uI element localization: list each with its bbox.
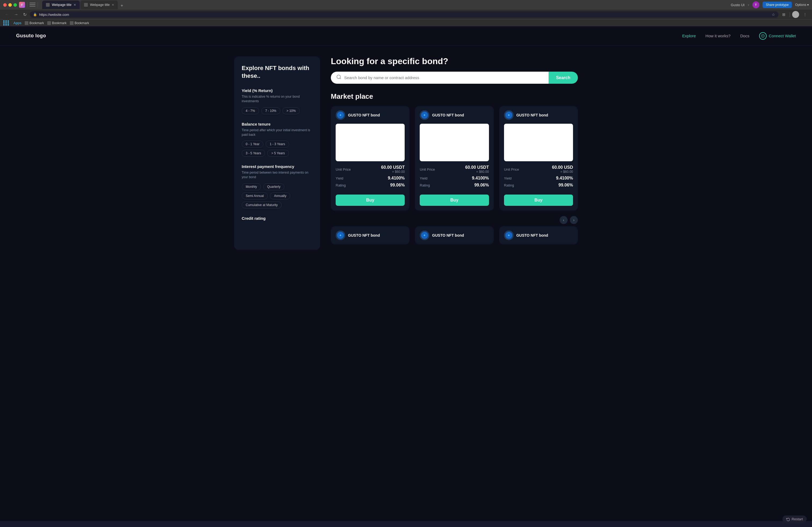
bond-name-1: GUSTO NFT bond: [432, 113, 464, 117]
main-content: Explore NFT bonds with these.. Yield (% …: [218, 46, 594, 260]
bookmark-label-3: Bookmark: [75, 21, 89, 25]
bond-price-value-1: 60.00 USDT: [465, 165, 489, 170]
bonds-grid: ✦ GUSTO NFT bond Unit Price 60.00 USDT =…: [331, 106, 578, 211]
bond-logo-inner-s1: ✦: [421, 232, 428, 239]
interest-tag-3[interactable]: Annually: [270, 192, 290, 199]
prev-arrow[interactable]: ‹: [560, 216, 568, 224]
tenure-tag-3[interactable]: > 5 Years: [267, 150, 289, 157]
bond-image-2: [504, 124, 573, 161]
bond-price-value-0: 60.00 USDT: [381, 165, 405, 170]
nav-docs[interactable]: Docs: [740, 33, 750, 38]
browser-chrome: F Webpage title ✕ Webpage title ✕ + G: [0, 0, 812, 26]
tab-label-2: Webpage title: [90, 3, 110, 7]
search-input-wrap: [331, 72, 549, 84]
browser-tab-2[interactable]: Webpage title ✕: [80, 1, 118, 9]
rating-value-0: 99.06%: [390, 183, 405, 187]
tenure-tag-0[interactable]: 0 - 1 Year: [242, 140, 263, 148]
interest-tag-1[interactable]: Quarterly: [263, 183, 284, 190]
interest-tag-4[interactable]: Cumulative at Maturity: [242, 201, 282, 209]
bond-price-row-2: Unit Price 60.00 USD = $60.00: [504, 165, 573, 174]
search-bar-row: Search: [331, 72, 578, 84]
new-tab-button[interactable]: +: [118, 2, 125, 9]
nav-how-it-works[interactable]: How it works?: [706, 33, 730, 38]
unit-price-label-0: Unit Price: [336, 167, 351, 171]
yield-tag-0[interactable]: 4 - 7%: [242, 107, 259, 114]
sidebar-toggle-icon[interactable]: [30, 3, 35, 7]
forward-button[interactable]: →: [12, 12, 20, 17]
bond-card-2-header: ✦ GUSTO NFT bond: [499, 106, 578, 120]
bond-image-0: [336, 124, 405, 161]
buy-button-2[interactable]: Buy: [504, 195, 573, 206]
filter-yield-desc: This is indicative % returns on your bon…: [242, 94, 313, 104]
site-wrapper: Gusuto logo Explore How it works? Docs C…: [0, 26, 812, 521]
bonds-grid-second: ✦ GUSTO NFT bond ✦ GUSTO NFT bond: [331, 226, 578, 244]
unit-price-label-2: Unit Price: [504, 167, 519, 171]
bond-info-2: Unit Price 60.00 USD = $60.00 Yield 9.41…: [499, 165, 578, 194]
profile-icon[interactable]: [792, 11, 799, 18]
user-avatar: T: [752, 1, 759, 8]
interest-tag-2[interactable]: Semi Annual: [242, 192, 268, 199]
apps-label[interactable]: Apps: [13, 21, 21, 25]
bond-rating-row-0: Rating 99.06%: [336, 183, 405, 187]
bookmark-item-1[interactable]: Bookmark: [25, 21, 44, 25]
close-traffic-light[interactable]: [3, 3, 7, 7]
share-prototype-button[interactable]: Share prototype: [763, 2, 792, 8]
site-nav: Gusuto logo Explore How it works? Docs C…: [0, 26, 812, 46]
back-button[interactable]: ←: [3, 12, 11, 17]
next-arrow[interactable]: ›: [570, 216, 578, 224]
bond-price-eq-0: = $60.00: [381, 170, 405, 174]
frame-dropdown-icon[interactable]: ▾: [748, 3, 749, 6]
browser-tab-1[interactable]: Webpage title ✕: [42, 1, 80, 9]
buy-button-1[interactable]: Buy: [420, 195, 489, 206]
divider2: [38, 2, 38, 7]
yield-value-0: 9.4100%: [388, 176, 405, 181]
bond-card-second-1: ✦ GUSTO NFT bond: [415, 226, 494, 244]
bookmark-star-icon[interactable]: ☆: [772, 12, 775, 17]
yield-value-1: 9.4100%: [472, 176, 489, 181]
yield-tag-2[interactable]: > 10%: [282, 107, 300, 114]
bond-star-icon-1: ✦: [423, 113, 426, 117]
apps-button[interactable]: [3, 20, 9, 26]
bond-card-0: ✦ GUSTO NFT bond Unit Price 60.00 USDT =…: [331, 106, 409, 211]
maximize-traffic-light[interactable]: [13, 3, 17, 7]
connect-wallet-button[interactable]: Connect Wallet: [759, 32, 796, 40]
bond-name-0: GUSTO NFT bond: [348, 113, 380, 117]
tab-close-2[interactable]: ✕: [112, 3, 114, 7]
lock-icon: 🔒: [33, 13, 37, 16]
restart-button[interactable]: Restart: [782, 515, 807, 523]
wallet-icon: [759, 32, 767, 40]
menu-icon[interactable]: ⋮: [801, 11, 809, 18]
bond-image-1: [420, 124, 489, 161]
interest-tag-0[interactable]: Monthly: [242, 183, 261, 190]
tab-close-1[interactable]: ✕: [74, 3, 76, 7]
bond-card-2: ✦ GUSTO NFT bond Unit Price 60.00 USD = …: [499, 106, 578, 211]
bookmark-item-3[interactable]: Bookmark: [70, 21, 89, 25]
filter-yield: Yield (% Return) This is indicative % re…: [242, 88, 313, 114]
search-button[interactable]: Search: [549, 72, 578, 84]
refresh-button[interactable]: ↻: [21, 12, 28, 18]
url-text: https://website.com: [39, 13, 770, 17]
bookmark-item-2[interactable]: Bookmark: [47, 21, 67, 25]
traffic-lights: [3, 3, 17, 7]
grid-view-icon[interactable]: ⊞: [780, 11, 787, 18]
filter-tenure-desc: Time period after which your initial inv…: [242, 128, 313, 137]
options-button[interactable]: Options ▾: [795, 3, 809, 7]
frame-label: Gusto UI: [731, 3, 744, 7]
bond-price-row-0: Unit Price 60.00 USDT = $60.00: [336, 165, 405, 174]
yield-tag-1[interactable]: 7 - 10%: [261, 107, 280, 114]
bookmark-label-2: Bookmark: [52, 21, 67, 25]
buy-button-0[interactable]: Buy: [336, 195, 405, 206]
search-input[interactable]: [344, 75, 543, 80]
nav-explore[interactable]: Explore: [682, 33, 696, 38]
bond-yield-row-2: Yield 9.4100%: [504, 176, 573, 181]
bond-star-icon-s2: ✦: [507, 233, 510, 238]
yield-value-2: 9.4100%: [556, 176, 573, 181]
bookmarks-bar: Apps Bookmark Bookmark Bookmark: [0, 19, 812, 26]
tenure-tag-1[interactable]: 1 - 3 Years: [265, 140, 289, 148]
card-nav: ‹ ›: [331, 216, 578, 224]
bond-logo-inner-s0: ✦: [337, 232, 344, 239]
tenure-tag-2[interactable]: 3 - 5 Years: [242, 150, 265, 157]
minimize-traffic-light[interactable]: [8, 3, 12, 7]
bond-name-s0: GUSTO NFT bond: [348, 233, 380, 238]
bond-price-row-1: Unit Price 60.00 USDT = $60.00: [420, 165, 489, 174]
